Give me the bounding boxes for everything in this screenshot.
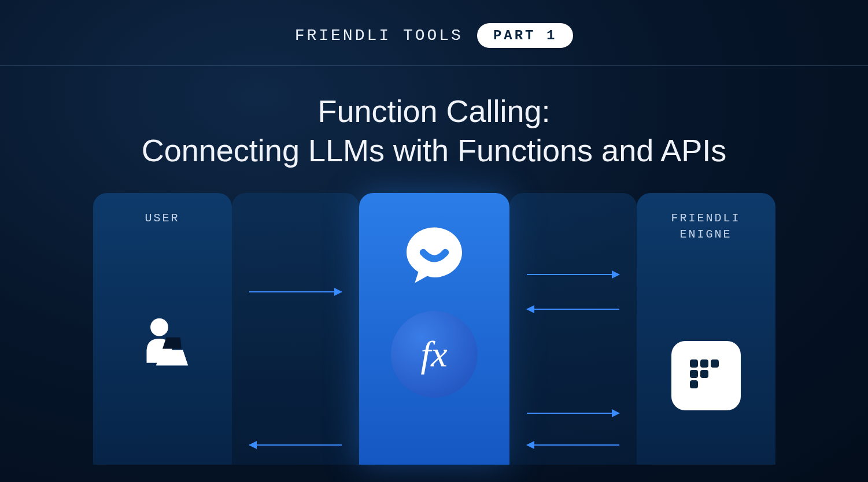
center-column: fx bbox=[359, 193, 509, 465]
engine-label: FRIENDLI ENIGNE bbox=[671, 210, 740, 243]
header-bar: FRIENDLI TOOLS PART 1 bbox=[0, 0, 868, 66]
engine-column: FRIENDLI ENIGNE bbox=[637, 193, 775, 465]
user-label: USER bbox=[145, 210, 179, 227]
chat-bubble-smile-icon bbox=[400, 222, 469, 294]
arrow-fx-to-engine-icon bbox=[527, 413, 619, 414]
connector-left-column bbox=[232, 193, 359, 465]
arrow-engine-to-fx-icon bbox=[527, 444, 619, 446]
page-title: Function Calling: Connecting LLMs with F… bbox=[0, 66, 868, 193]
arrow-chat-to-engine-icon bbox=[527, 274, 619, 275]
arrow-fx-to-user-icon bbox=[249, 444, 342, 446]
svg-rect-4 bbox=[690, 370, 698, 378]
friendli-logo-icon bbox=[671, 341, 741, 410]
arrow-engine-to-chat-icon bbox=[527, 309, 619, 310]
function-fx-icon: fx bbox=[391, 311, 478, 398]
flow-diagram: USER fx bbox=[0, 193, 868, 465]
arrow-user-to-chat-icon bbox=[249, 291, 342, 292]
svg-rect-6 bbox=[690, 380, 698, 388]
user-with-laptop-icon bbox=[131, 313, 194, 379]
svg-rect-1 bbox=[690, 359, 698, 368]
header-label: FRIENDLI TOOLS bbox=[295, 27, 463, 45]
svg-rect-5 bbox=[700, 370, 708, 378]
part-badge: PART 1 bbox=[477, 23, 573, 48]
user-column: USER bbox=[93, 193, 232, 465]
connector-right-column bbox=[509, 193, 637, 465]
svg-point-0 bbox=[150, 318, 168, 336]
svg-rect-3 bbox=[711, 359, 719, 368]
svg-rect-2 bbox=[700, 359, 708, 368]
